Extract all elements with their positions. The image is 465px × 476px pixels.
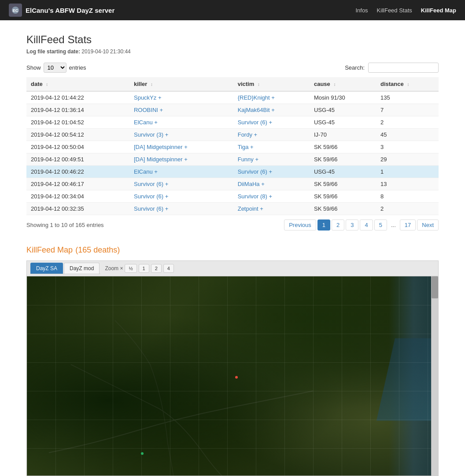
date-sort-icon: ↕ [46, 82, 48, 87]
table-footer: Showing 1 to 10 of 165 entries Previous … [26, 219, 439, 231]
log-label: Log file starting date: [26, 48, 80, 55]
zoom-label: Zoom × [105, 265, 123, 271]
col-distance[interactable]: distance ↕ [376, 77, 439, 91]
cell-victim: Tiga + [233, 141, 310, 153]
link-victim[interactable]: Fordy + [238, 131, 257, 138]
zoom-half[interactable]: ½ [125, 264, 137, 273]
pagination-page-5[interactable]: 5 [374, 219, 387, 231]
nav-killfeed-stats[interactable]: KillFeed Stats [377, 7, 412, 14]
link-victim[interactable]: {RED}Knight + [238, 94, 275, 101]
link-killer[interactable]: SpuckYz + [134, 94, 162, 101]
link-killer[interactable]: ROOBINI + [134, 107, 163, 113]
cause-sort-icon: ↕ [333, 82, 336, 87]
cell-date: 2019-04-12 01:36:14 [26, 104, 129, 116]
pagination-page-1[interactable]: 1 [317, 219, 330, 231]
col-date[interactable]: date ↕ [26, 77, 129, 91]
cell-killer: Survivor (6) + [129, 203, 233, 215]
map-scrollbar-thumb[interactable] [432, 276, 438, 298]
link-victim[interactable]: Funny + [238, 156, 258, 163]
cell-victim: Survivor (6) + [233, 116, 310, 129]
killfeed-stats-section: KillFeed Stats Log file starting date: 2… [26, 33, 439, 231]
cell-victim: Funny + [233, 153, 310, 166]
search-input[interactable] [368, 63, 439, 73]
cell-victim: KajMak64Bit + [233, 104, 310, 116]
entries-select[interactable]: 10 25 50 100 [44, 63, 66, 73]
link-victim[interactable]: Tiga + [238, 144, 254, 150]
cell-distance: 8 [376, 190, 439, 203]
table-controls-top: Show 10 25 50 100 entries Search: [26, 63, 439, 73]
link-killer[interactable]: Survivor (6) + [134, 193, 168, 200]
cell-date: 2019-04-12 00:54:12 [26, 129, 129, 141]
map-tab-dayz-sa[interactable]: DayZ SA [30, 263, 63, 274]
pagination-page-4[interactable]: 4 [360, 219, 373, 231]
col-killer[interactable]: killer ↕ [129, 77, 233, 91]
navbar-links: Infos KillFeed Stats KillFeed Map [355, 7, 456, 14]
link-killer[interactable]: ElCanu + [134, 168, 158, 175]
brand-logo: EC [9, 4, 22, 17]
cell-distance: 2 [376, 203, 439, 215]
cell-killer: ElCanu + [129, 116, 233, 129]
map-toolbar: DayZ SA DayZ mod Zoom × ½ 1 2 4 [26, 260, 439, 276]
zoom-4[interactable]: 4 [163, 264, 174, 273]
col-victim[interactable]: victim ↕ [233, 77, 310, 91]
table-row: 2019-04-12 01:44:22SpuckYz +{RED}Knight … [26, 91, 439, 104]
pagination: Previous 1 2 3 4 5 ... 17 Next [284, 219, 439, 231]
cell-victim: Survivor (8) + [233, 190, 310, 203]
cell-victim: DiiMaHa + [233, 178, 310, 190]
zoom-1[interactable]: 1 [139, 264, 149, 273]
pagination-page-2[interactable]: 2 [332, 219, 344, 231]
cell-killer: ROOBINI + [129, 104, 233, 116]
map-scrollbar-right[interactable] [431, 276, 438, 476]
nav-infos[interactable]: Infos [355, 7, 368, 14]
cell-distance: 1 [376, 166, 439, 178]
link-killer[interactable]: ElCanu + [134, 119, 158, 126]
link-killer[interactable]: Survivor (6) + [134, 181, 168, 187]
stats-title: KillFeed Stats [26, 33, 439, 46]
killfeed-map-section: KillFeed Map (165 deaths) DayZ SA DayZ m… [26, 244, 439, 476]
map-grid [27, 276, 438, 476]
victim-sort-icon: ↕ [258, 82, 260, 87]
cell-victim: Fordy + [233, 129, 310, 141]
cell-cause: Mosin 91/30 [310, 91, 376, 104]
distance-sort-icon: ↕ [407, 82, 409, 87]
pagination-page-3[interactable]: 3 [346, 219, 358, 231]
cell-date: 2019-04-12 00:50:04 [26, 141, 129, 153]
log-date-value: 2019-04-10 21:30:44 [81, 48, 130, 55]
link-victim[interactable]: Survivor (8) + [238, 193, 272, 200]
table-row: 2019-04-12 00:50:04[DA] Midgetspinner +T… [26, 141, 439, 153]
link-killer[interactable]: Survivor (6) + [134, 205, 168, 212]
cell-cause: SK 59/66 [310, 141, 376, 153]
brand-title: ElCanu's ABFW DayZ server [26, 7, 114, 14]
pagination-next[interactable]: Next [417, 219, 439, 231]
link-killer[interactable]: [DA] Midgetspinner + [134, 144, 188, 150]
link-killer[interactable]: [DA] Midgetspinner + [134, 156, 188, 163]
link-victim[interactable]: Survivor (6) + [238, 119, 272, 126]
cell-victim: Zetpoint + [233, 203, 310, 215]
cell-killer: Survivor (6) + [129, 190, 233, 203]
table-row: 2019-04-12 00:32:35Survivor (6) +Zetpoin… [26, 203, 439, 215]
cell-distance: 2 [376, 116, 439, 129]
pagination-dots: ... [388, 220, 399, 230]
table-row: 2019-04-12 01:04:52ElCanu +Survivor (6) … [26, 116, 439, 129]
col-cause[interactable]: cause ↕ [310, 77, 376, 91]
pagination-previous[interactable]: Previous [284, 219, 316, 231]
nav-killfeed-map[interactable]: KillFeed Map [421, 7, 456, 14]
zoom-2[interactable]: 2 [151, 264, 162, 273]
map-container[interactable] [26, 276, 439, 476]
table-row: 2019-04-12 00:54:12Survivor (3) +Fordy +… [26, 129, 439, 141]
main-content: KillFeed Stats Log file starting date: 2… [0, 20, 465, 476]
link-victim[interactable]: Survivor (6) + [238, 168, 272, 175]
link-victim[interactable]: DiiMaHa + [238, 181, 265, 187]
map-deaths-count: (165 deaths) [75, 245, 120, 254]
link-killer[interactable]: Survivor (3) + [134, 131, 168, 138]
show-label: Show [26, 64, 41, 71]
showing-text: Showing 1 to 10 of 165 entries [26, 222, 104, 228]
death-marker-2 [141, 452, 144, 455]
link-victim[interactable]: KajMak64Bit + [238, 107, 275, 113]
cell-cause: SK 59/66 [310, 153, 376, 166]
map-tab-dayz-mod[interactable]: DayZ mod [64, 263, 100, 274]
cell-distance: 45 [376, 129, 439, 141]
link-victim[interactable]: Zetpoint + [238, 205, 263, 212]
cell-cause: IJ-70 [310, 129, 376, 141]
pagination-page-17[interactable]: 17 [400, 219, 416, 231]
